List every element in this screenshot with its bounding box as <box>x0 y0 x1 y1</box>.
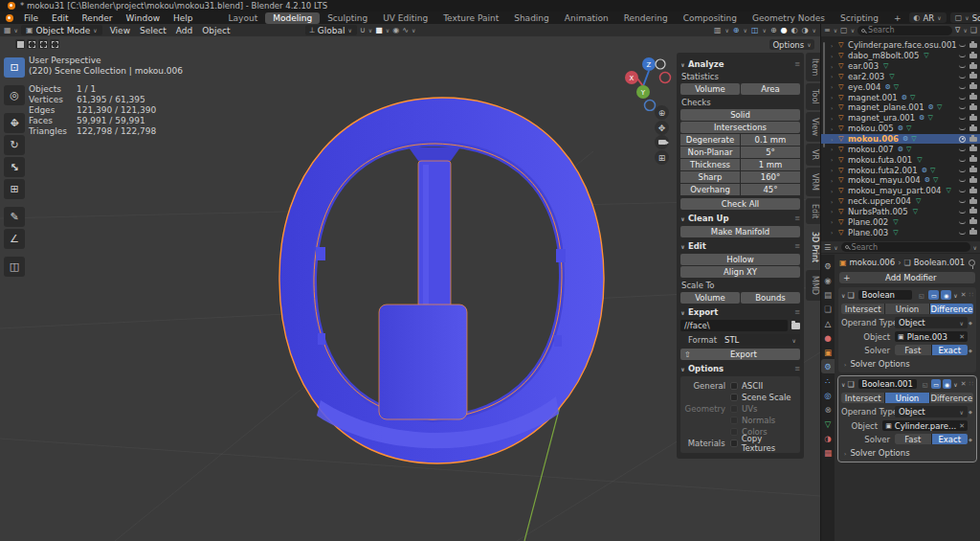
hide-viewport-icon[interactable] <box>959 178 966 182</box>
tool-move[interactable]: ↔↕ <box>4 113 25 133</box>
workspace-tab-layout[interactable]: Layout <box>221 12 266 24</box>
viewport-options-button[interactable]: Options ∨ <box>769 39 814 50</box>
ascii-checkbox[interactable] <box>730 382 738 390</box>
tool-annotate[interactable]: ✎ <box>4 207 25 227</box>
outliner[interactable]: ›▽Cylinder.pare.face.osu.001›▽dabo_m8bol… <box>820 36 980 241</box>
animate-dot-icon[interactable]: ◆ <box>968 348 973 353</box>
disable-render-icon[interactable] <box>969 95 977 100</box>
disable-render-icon[interactable] <box>969 168 977 172</box>
clear-icon[interactable]: ✕ <box>959 422 965 430</box>
disable-render-icon[interactable] <box>969 199 977 204</box>
export-button[interactable]: ⇧ Export <box>680 349 800 360</box>
hide-viewport-icon[interactable] <box>959 116 966 120</box>
drag-handle-icon[interactable]: ∷ <box>969 291 973 299</box>
model-mokou006[interactable] <box>273 94 617 467</box>
hide-viewport-icon[interactable] <box>959 147 966 151</box>
disable-render-icon[interactable] <box>969 219 977 224</box>
workspace-tab-rendering[interactable]: Rendering <box>616 12 676 24</box>
npanel-tab-tool[interactable]: Tool <box>806 83 820 110</box>
hide-viewport-icon[interactable] <box>959 136 966 143</box>
disable-render-icon[interactable] <box>969 147 977 151</box>
properties-tab-modifiers[interactable]: ⚙ <box>821 359 835 373</box>
outliner-search-input[interactable]: Search <box>858 26 952 35</box>
hide-viewport-icon[interactable] <box>959 105 966 109</box>
hide-viewport-icon[interactable] <box>959 199 966 203</box>
mode-selector[interactable]: ▣ Object Mode ∨ <box>21 25 102 35</box>
disable-render-icon[interactable] <box>969 230 977 235</box>
properties-tab-material[interactable]: ◑ <box>821 431 835 445</box>
orientation-selector[interactable]: ⟂ Global ∨ <box>305 25 357 35</box>
expand-icon[interactable]: › <box>831 42 838 49</box>
properties-tab-constraints[interactable]: ⊗ <box>821 402 835 417</box>
outliner-item-magnet-001[interactable]: ›▽magnet.001⚙▽ <box>821 92 980 102</box>
animate-dot-icon[interactable]: ◆ <box>968 320 973 326</box>
tool-scale[interactable]: ↖↘ <box>4 157 25 177</box>
workspace-tab--[interactable]: + <box>886 12 909 24</box>
check-row-thickness[interactable]: Thickness1 mm <box>680 159 800 170</box>
new-collection-icon[interactable]: ❏ <box>970 26 977 34</box>
hide-viewport-icon[interactable] <box>959 64 966 68</box>
segment-exact[interactable]: Exact <box>932 345 969 355</box>
operand-type-dropdown[interactable]: Object∨ <box>895 406 968 417</box>
render-toggle-icon[interactable]: ◉ <box>943 379 951 389</box>
animate-dot-icon[interactable]: ◆ <box>968 409 973 415</box>
snap-target-icon[interactable]: ■ <box>375 26 383 34</box>
animate-dot-icon[interactable]: ◆ <box>968 437 973 442</box>
expand-icon[interactable]: › <box>831 115 838 122</box>
shading-wireframe-icon[interactable]: ⊕ <box>770 26 777 34</box>
hide-viewport-icon[interactable] <box>959 231 966 235</box>
outliner-item-magnet-ura-001[interactable]: ›▽magnet_ura.001⚙▽ <box>821 113 980 124</box>
breadcrumb-modifier[interactable]: Boolean.001 <box>914 258 965 267</box>
viewport-menu-object[interactable]: Object <box>197 26 234 35</box>
check-row-overhang[interactable]: Overhang45° <box>680 184 800 195</box>
analyze-section-header[interactable]: ∨Analyze≡ <box>680 59 800 69</box>
modifier-name-field[interactable]: Boolean <box>858 290 913 300</box>
check-row-degenerate[interactable]: Degenerate0.1 mm <box>680 134 800 146</box>
outliner-item-ear-003[interactable]: ›▽ear.003▽ <box>821 61 980 72</box>
properties-tab-output[interactable]: ▤ <box>821 287 835 302</box>
hide-viewport-icon[interactable] <box>959 54 966 57</box>
disable-render-icon[interactable] <box>969 178 977 183</box>
properties-tab-particles[interactable]: ∴ <box>821 373 835 388</box>
outliner-item-ear2-003[interactable]: ›▽ear2.003▽ <box>821 72 980 82</box>
folder-icon[interactable] <box>791 323 800 329</box>
expand-icon[interactable]: › <box>831 136 838 143</box>
tool-rotate[interactable]: ↻ <box>4 135 25 155</box>
navigation-gizmo[interactable]: Z X Y <box>620 50 676 111</box>
xr-mode-selector[interactable]: ◐ AR ∨ <box>909 12 947 23</box>
npanel-tab-3d-print[interactable]: 3D Print <box>806 226 820 268</box>
menu-window[interactable]: Window <box>120 13 167 23</box>
npanel-tab-item[interactable]: Item <box>806 53 820 81</box>
npanel-tab-vr[interactable]: VR <box>806 144 820 166</box>
select-set-icon[interactable] <box>15 39 25 49</box>
disable-render-icon[interactable] <box>969 43 977 48</box>
solver-options-expander[interactable]: ›Solver Options <box>841 359 973 369</box>
expand-icon[interactable]: › <box>831 229 838 236</box>
disable-render-icon[interactable] <box>969 116 977 121</box>
outliner-item-plane-003[interactable]: ›▽Plane.003▽ <box>821 227 980 237</box>
hide-viewport-icon[interactable] <box>959 189 966 192</box>
pin-icon[interactable] <box>969 259 975 266</box>
properties-tab-scene[interactable]: △ <box>821 316 835 330</box>
check-all-button[interactable]: Check All <box>680 198 800 210</box>
breadcrumb-object[interactable]: mokou.006 <box>850 258 896 267</box>
segment-union[interactable]: Union <box>885 304 928 314</box>
clear-icon[interactable]: ✕ <box>959 333 965 341</box>
disable-render-icon[interactable] <box>969 126 977 131</box>
npanel-tab-vrm[interactable]: VRM <box>806 168 820 196</box>
menu-render[interactable]: Render <box>76 13 120 23</box>
outliner-item-cylinder-pare-face-osu-001[interactable]: ›▽Cylinder.pare.face.osu.001 <box>821 40 980 51</box>
disable-render-icon[interactable] <box>969 64 977 69</box>
export-section-header[interactable]: ∨Export≡ <box>680 307 800 317</box>
segment-difference[interactable]: Difference <box>930 393 973 403</box>
properties-tab-view-layer[interactable]: ❏ <box>821 302 835 316</box>
menu-file[interactable]: File <box>17 13 45 23</box>
expand-icon[interactable]: › <box>831 218 838 225</box>
hide-viewport-icon[interactable] <box>959 85 966 89</box>
tool-add-cube[interactable]: ◫ <box>4 257 25 277</box>
expand-icon[interactable]: › <box>831 156 838 163</box>
operand-type-dropdown[interactable]: Object∨ <box>895 317 968 328</box>
expand-icon[interactable]: › <box>831 94 838 101</box>
viewport-3d[interactable]: Options ∨ ⊡◎↔↕↻↖↘⊞✎∠◫ User Perspective (… <box>0 36 820 541</box>
workspace-tab-shading[interactable]: Shading <box>506 12 557 24</box>
